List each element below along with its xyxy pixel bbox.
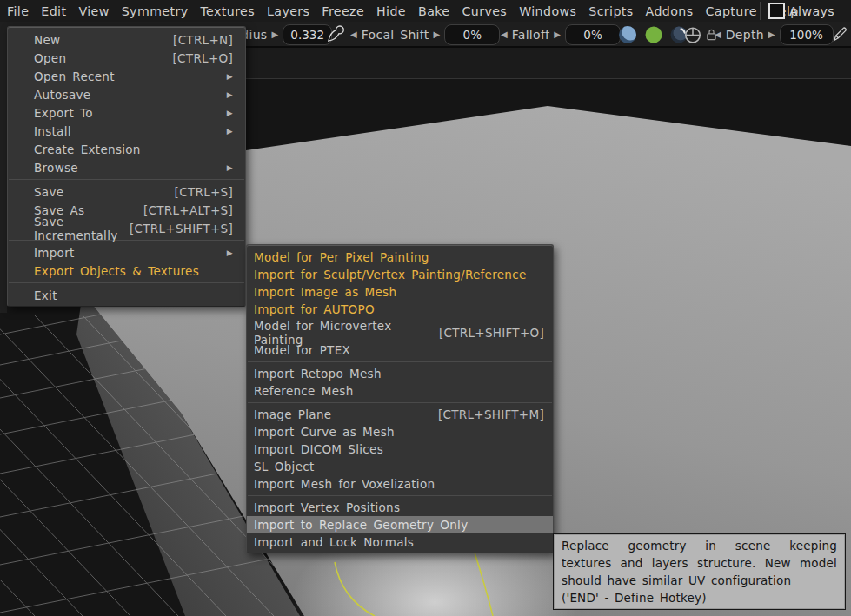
menu-item-create-extension[interactable]: Create Extension xyxy=(8,140,245,158)
focal-shift-stepper: ◀Focal Shift▶0% xyxy=(350,22,500,48)
menu-item-import-and-lock-normals[interactable]: Import and Lock Normals xyxy=(247,533,553,551)
focal-shift-value-field[interactable]: 0% xyxy=(444,24,500,45)
menu-item-label: Import Image as Mesh xyxy=(254,285,396,299)
submenu-arrow-icon: ▶ xyxy=(227,109,233,117)
menu-item-new[interactable]: New[CTRL+N] xyxy=(8,30,245,49)
menu-item-label: Model for Per Pixel Painting xyxy=(254,250,429,264)
menu-item-label: Save xyxy=(34,185,63,199)
menu-item-import-to-replace-geometry-only[interactable]: Import to Replace Geometry Only xyxy=(247,516,553,533)
menu-item-label: Exit xyxy=(34,288,57,302)
menu-item-image-plane[interactable]: Image Plane[CTRL+SHIFT+M] xyxy=(247,406,553,423)
menu-item-label: Autosave xyxy=(34,88,90,102)
menu-item-shortcut: [CTRL+S] xyxy=(175,185,233,199)
menubar-item-capture[interactable]: Capture xyxy=(706,4,757,18)
pen-tip-icon[interactable] xyxy=(325,24,345,44)
menu-item-label: New xyxy=(34,33,60,47)
radius-increase-arrow-icon[interactable]: ▶ xyxy=(271,30,278,39)
menu-item-shortcut: [CTRL+ALT+S] xyxy=(143,203,233,217)
menubar-item-edit[interactable]: Edit xyxy=(41,4,66,18)
menu-item-open[interactable]: Open[CTRL+O] xyxy=(8,49,245,67)
menu-separator xyxy=(248,402,552,403)
menu-item-save-incrementally[interactable]: Save Incrementally[CTRL+SHIFT+S] xyxy=(8,219,245,237)
submenu-arrow-icon: ▶ xyxy=(227,127,233,136)
menu-item-open-recent[interactable]: Open Recent▶ xyxy=(8,67,245,85)
menu-item-import-vertex-positions[interactable]: Import Vertex Positions xyxy=(247,499,553,516)
menu-item-sl-object[interactable]: SL Object xyxy=(247,458,553,475)
falloff-value-field[interactable]: 0% xyxy=(565,24,621,45)
menu-item-install[interactable]: Install▶ xyxy=(8,122,245,140)
menu-item-shortcut: [CTRL+O] xyxy=(173,51,233,65)
menu-item-save[interactable]: Save[CTRL+S] xyxy=(8,182,245,201)
submenu-arrow-icon: ▶ xyxy=(227,72,233,81)
menu-item-label: Browse xyxy=(34,161,78,175)
menu-item-label: Import to Replace Geometry Only xyxy=(254,518,468,532)
menu-item-import-curve-as-mesh[interactable]: Import Curve as Mesh xyxy=(247,423,553,440)
menubar-item-hide[interactable]: Hide xyxy=(376,4,406,18)
left-panel-strip xyxy=(0,22,7,313)
menu-item-reference-mesh[interactable]: Reference Mesh xyxy=(247,382,553,400)
falloff-sphere-blue-icon[interactable] xyxy=(618,25,637,44)
menubar-item-textures[interactable]: Textures xyxy=(200,4,255,18)
menu-separator xyxy=(248,361,552,362)
menu-item-label: Install xyxy=(34,124,71,138)
menubar-separator xyxy=(760,2,761,20)
menu-item-shortcut: [CTRL+SHIFT+S] xyxy=(130,222,233,235)
depth-increase-arrow-icon[interactable]: ▶ xyxy=(768,30,775,39)
falloff-label: Falloff xyxy=(512,28,550,42)
menubar-item-file[interactable]: File xyxy=(7,4,29,18)
menu-item-label: Create Extension xyxy=(34,142,141,156)
falloff-increase-arrow-icon[interactable]: ▶ xyxy=(554,30,561,39)
menu-item-label: Import Curve as Mesh xyxy=(254,425,395,439)
menu-item-label: Reference Mesh xyxy=(254,384,354,398)
menu-item-import-retopo-mesh[interactable]: Import Retopo Mesh xyxy=(247,365,553,382)
focal-shift-increase-arrow-icon[interactable]: ▶ xyxy=(434,30,441,39)
menu-item-export-to[interactable]: Export To▶ xyxy=(8,103,245,122)
menu-item-label: Image Plane xyxy=(254,407,331,421)
lock-icon[interactable] xyxy=(704,27,719,43)
submenu-arrow-icon: ▶ xyxy=(227,248,233,257)
menu-item-exit[interactable]: Exit xyxy=(8,286,245,304)
menu-item-label: Open xyxy=(34,51,66,65)
depth-value-field[interactable]: 100% xyxy=(780,24,834,45)
menubar-item-addons[interactable]: Addons xyxy=(646,4,694,18)
import-submenu: Model for Per Pixel PaintingImport for S… xyxy=(246,244,554,553)
menu-item-import[interactable]: Import▶ xyxy=(8,243,245,262)
menubar-item-view[interactable]: View xyxy=(78,4,109,18)
falloff-sphere-green-icon[interactable] xyxy=(645,26,662,43)
menu-item-import-image-as-mesh[interactable]: Import Image as Mesh xyxy=(247,283,553,301)
mouse-icon[interactable] xyxy=(683,25,702,45)
depth-stepper: ◀Depth▶100% xyxy=(715,22,834,48)
menu-separator xyxy=(9,179,244,180)
menu-item-export-objects-textures[interactable]: Export Objects & Textures xyxy=(8,262,245,280)
menu-item-import-for-sculpt-vertex-painting-reference[interactable]: Import for Sculpt/Vertex Painting/Refere… xyxy=(247,266,553,283)
focal-shift-decrease-arrow-icon[interactable]: ◀ xyxy=(350,30,357,39)
menu-item-model-for-per-pixel-painting[interactable]: Model for Per Pixel Painting xyxy=(247,248,553,266)
menubar-item-symmetry[interactable]: Symmetry xyxy=(122,4,189,18)
always-checkbox-label: Always xyxy=(789,4,834,18)
tooltip-text: Replace geometry in scene keeping textur… xyxy=(562,537,837,589)
menu-item-label: Import Vertex Positions xyxy=(254,500,400,514)
focal-shift-label: Focal Shift xyxy=(362,28,429,42)
menubar-item-layers[interactable]: Layers xyxy=(267,4,309,18)
falloff-decrease-arrow-icon[interactable]: ◀ xyxy=(501,30,508,39)
menubar-item-windows[interactable]: Windows xyxy=(519,4,576,18)
menu-item-shortcut: [CTRL+N] xyxy=(173,33,233,47)
always-checkbox[interactable] xyxy=(768,3,785,19)
menu-item-autosave[interactable]: Autosave▶ xyxy=(8,85,245,103)
menu-item-browse[interactable]: Browse▶ xyxy=(8,158,245,176)
menubar-item-scripts[interactable]: Scripts xyxy=(588,4,633,18)
menu-item-label: Model for PTEX xyxy=(254,343,350,357)
depth-label: Depth xyxy=(726,28,764,42)
menu-item-model-for-microvertex-painting[interactable]: Model for Microvertex Painting[CTRL+SHIF… xyxy=(247,324,553,341)
tooltip: Replace geometry in scene keeping textur… xyxy=(554,534,845,609)
menu-item-import-mesh-for-voxelization[interactable]: Import Mesh for Voxelization xyxy=(247,475,553,493)
menu-item-label: Import and Lock Normals xyxy=(254,535,414,549)
pencil-icon[interactable] xyxy=(830,24,850,44)
menu-item-label: Open Recent xyxy=(34,70,115,83)
menubar-item-bake[interactable]: Bake xyxy=(418,4,449,18)
menubar-item-freeze[interactable]: Freeze xyxy=(322,4,364,18)
menu-item-label: Import for AUTOPO xyxy=(254,302,375,316)
menu-item-import-dicom-slices[interactable]: Import DICOM Slices xyxy=(247,440,553,458)
menubar-item-curves[interactable]: Curves xyxy=(462,4,507,18)
menu-item-import-for-autopo[interactable]: Import for AUTOPO xyxy=(247,301,553,318)
